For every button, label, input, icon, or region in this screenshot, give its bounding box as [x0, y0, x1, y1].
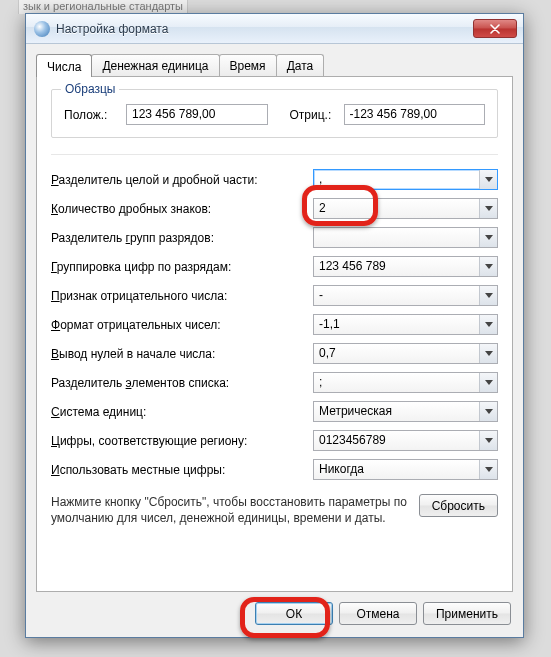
chevron-down-icon	[485, 177, 493, 182]
positive-sample: 123 456 789,00	[126, 104, 268, 125]
dropdown-arrow[interactable]	[479, 402, 497, 421]
dropdown-arrow[interactable]	[479, 286, 497, 305]
row-decimal-sep: Разделитель целой и дробной части: ,	[51, 169, 498, 190]
row-native-digits: Цифры, соответствующие региону: 01234567…	[51, 430, 498, 451]
combo-value: Никогда	[313, 459, 498, 480]
chevron-down-icon	[485, 409, 493, 414]
row-leading-zero: Вывод нулей в начале числа: 0,7	[51, 343, 498, 364]
combo-list-sep[interactable]: ;	[313, 372, 498, 393]
combo-group-sep[interactable]	[313, 227, 498, 248]
row-decimal-digits: Количество дробных знаков: 2	[51, 198, 498, 219]
combo-value: 0123456789	[313, 430, 498, 451]
combo-digit-group[interactable]: 123 456 789	[313, 256, 498, 277]
background-window-title: зык и региональные стандарты	[18, 0, 188, 14]
label-group-sep: Разделитель групп разрядов:	[51, 231, 313, 245]
dialog-window: Настройка формата Числа Денежная единица…	[25, 13, 524, 638]
close-icon	[490, 24, 500, 34]
label-measure: Система единиц:	[51, 405, 313, 419]
tab-label: Дата	[287, 59, 314, 73]
negative-sample: -123 456 789,00	[344, 104, 486, 125]
label-leading-zero: Вывод нулей в начале числа:	[51, 347, 313, 361]
dropdown-arrow[interactable]	[479, 199, 497, 218]
tab-label: Время	[230, 59, 266, 73]
label-native-digits: Цифры, соответствующие региону:	[51, 434, 313, 448]
form-rows: Разделитель целой и дробной части: , Кол…	[51, 169, 498, 480]
dialog-footer: ОК Отмена Применить	[36, 592, 513, 627]
tab-label: Денежная единица	[102, 59, 208, 73]
close-button[interactable]	[473, 19, 517, 38]
tabpane-numbers: Образцы Полож.: 123 456 789,00 Отриц.: -…	[36, 76, 513, 592]
chevron-down-icon	[485, 380, 493, 385]
dropdown-arrow[interactable]	[479, 344, 497, 363]
label-neg-format: Формат отрицательных чисел:	[51, 318, 313, 332]
combo-value: 0,7	[313, 343, 498, 364]
chevron-down-icon	[485, 264, 493, 269]
label-use-native: Использовать местные цифры:	[51, 463, 313, 477]
dropdown-arrow[interactable]	[479, 257, 497, 276]
combo-leading-zero[interactable]: 0,7	[313, 343, 498, 364]
chevron-down-icon	[485, 235, 493, 240]
chevron-down-icon	[485, 467, 493, 472]
combo-decimal-digits[interactable]: 2	[313, 198, 498, 219]
combo-value: 2	[313, 198, 498, 219]
row-measure: Система единиц: Метрическая	[51, 401, 498, 422]
combo-value: -	[313, 285, 498, 306]
combo-native-digits[interactable]: 0123456789	[313, 430, 498, 451]
label-digit-group: Группировка цифр по разрядам:	[51, 260, 313, 274]
row-neg-sign: Признак отрицательного числа: -	[51, 285, 498, 306]
row-use-native: Использовать местные цифры: Никогда	[51, 459, 498, 480]
negative-label: Отриц.:	[290, 108, 336, 122]
dropdown-arrow[interactable]	[479, 460, 497, 479]
tab-date[interactable]: Дата	[276, 54, 325, 76]
tab-numbers[interactable]: Числа	[36, 54, 92, 77]
tab-currency[interactable]: Денежная единица	[91, 54, 219, 76]
chevron-down-icon	[485, 438, 493, 443]
reset-button[interactable]: Сбросить	[419, 494, 498, 517]
reset-area: Нажмите кнопку "Сбросить", чтобы восстан…	[51, 494, 498, 526]
window-title: Настройка формата	[56, 22, 473, 36]
dropdown-arrow[interactable]	[479, 315, 497, 334]
positive-label: Полож.:	[64, 108, 118, 122]
combo-neg-sign[interactable]: -	[313, 285, 498, 306]
reset-text: Нажмите кнопку "Сбросить", чтобы восстан…	[51, 494, 409, 526]
row-digit-group: Группировка цифр по разрядам: 123 456 78…	[51, 256, 498, 277]
apply-button[interactable]: Применить	[423, 602, 511, 625]
label-neg-sign: Признак отрицательного числа:	[51, 289, 313, 303]
row-neg-format: Формат отрицательных чисел: -1,1	[51, 314, 498, 335]
globe-icon	[34, 21, 50, 37]
dropdown-arrow[interactable]	[479, 228, 497, 247]
label-decimal-sep: Разделитель целой и дробной части:	[51, 173, 313, 187]
ok-button[interactable]: ОК	[255, 602, 333, 625]
chevron-down-icon	[485, 322, 493, 327]
tabstrip: Числа Денежная единица Время Дата	[36, 52, 513, 76]
samples-group: Образцы Полож.: 123 456 789,00 Отриц.: -…	[51, 89, 498, 138]
tab-time[interactable]: Время	[219, 54, 277, 76]
separator	[51, 154, 498, 155]
client-area: Числа Денежная единица Время Дата Образц…	[26, 44, 523, 637]
chevron-down-icon	[485, 351, 493, 356]
samples-legend: Образцы	[61, 82, 119, 96]
combo-neg-format[interactable]: -1,1	[313, 314, 498, 335]
combo-value: Метрическая	[313, 401, 498, 422]
chevron-down-icon	[485, 293, 493, 298]
combo-measure[interactable]: Метрическая	[313, 401, 498, 422]
row-group-sep: Разделитель групп разрядов:	[51, 227, 498, 248]
combo-value: ;	[313, 372, 498, 393]
dropdown-arrow[interactable]	[479, 431, 497, 450]
label-decimal-digits: Количество дробных знаков:	[51, 202, 313, 216]
titlebar[interactable]: Настройка формата	[26, 14, 523, 44]
combo-value	[313, 227, 498, 248]
label-list-sep: Разделитель элементов списка:	[51, 376, 313, 390]
tab-label: Числа	[47, 60, 81, 74]
cancel-button[interactable]: Отмена	[339, 602, 417, 625]
combo-value: -1,1	[313, 314, 498, 335]
chevron-down-icon	[485, 206, 493, 211]
dropdown-arrow[interactable]	[479, 373, 497, 392]
combo-value: ,	[313, 169, 498, 190]
combo-value: 123 456 789	[313, 256, 498, 277]
combo-use-native[interactable]: Никогда	[313, 459, 498, 480]
row-list-sep: Разделитель элементов списка: ;	[51, 372, 498, 393]
combo-decimal-sep[interactable]: ,	[313, 169, 498, 190]
dropdown-arrow[interactable]	[479, 170, 497, 189]
